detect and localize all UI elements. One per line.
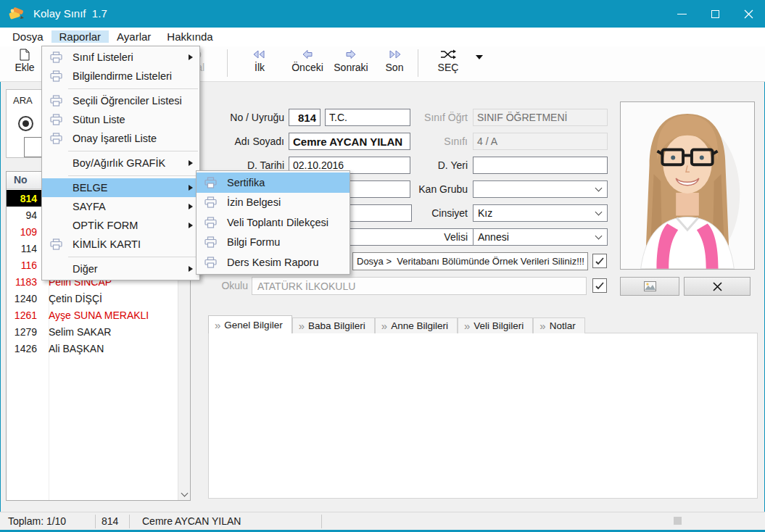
no-uyrugu-label: No / Uyruğu xyxy=(207,112,284,123)
minimize-button[interactable] xyxy=(665,0,698,28)
tab[interactable]: » Baba Bilgileri xyxy=(292,317,375,333)
menu-item[interactable]: Bilgilendirme Listeleri xyxy=(42,67,199,86)
school-label: Okulu xyxy=(190,280,248,291)
add-record-button[interactable]: Ekle xyxy=(6,48,44,80)
gender-combo[interactable]: Kız xyxy=(473,204,608,222)
blood-group-combo[interactable] xyxy=(473,180,608,198)
submenu-item[interactable]: Ders Kesim Raporu xyxy=(197,252,350,273)
tab[interactable]: » Anne Bilgileri xyxy=(375,317,458,333)
remove-photo-button[interactable] xyxy=(684,277,750,296)
tab-label: Anne Bilgileri xyxy=(391,320,448,331)
guardian-combo[interactable]: Annesi xyxy=(473,228,608,246)
birth-place-field[interactable] xyxy=(473,157,608,174)
last-arrow-icon xyxy=(386,48,402,61)
menu-item[interactable] xyxy=(42,173,199,178)
student-no: 1261 xyxy=(7,309,41,321)
tab-chevron-icon: » xyxy=(215,319,219,331)
menu-item-label: Seçili Öğrenciler Listesi xyxy=(73,95,189,107)
belge-submenu: Sertifika İzin Belgesi Veli Toplantı Dil… xyxy=(196,170,350,275)
scroll-down-button[interactable] xyxy=(178,488,191,500)
tab[interactable]: » Veli Bilgileri xyxy=(458,317,533,333)
toolbar-separator xyxy=(227,49,228,77)
menu-item[interactable]: SAYFA xyxy=(42,197,199,216)
warning-checkbox[interactable] xyxy=(592,254,607,268)
menu-item[interactable]: Onay İşaretli Liste xyxy=(42,129,199,148)
tab-label: Notlar xyxy=(550,320,576,331)
dropdown-arrow-icon xyxy=(476,48,483,67)
last-record-button[interactable]: Son xyxy=(374,48,415,80)
menu-item[interactable] xyxy=(42,148,199,154)
birth-place-label: D. Yeri xyxy=(363,159,468,171)
student-row[interactable]: 1279 Selim SAKAR xyxy=(7,323,178,340)
guardian-label: Velisi xyxy=(363,231,468,243)
close-button[interactable] xyxy=(732,0,765,28)
school-field[interactable]: ATATÜRK İLKOKULU xyxy=(252,277,587,295)
shuffle-icon xyxy=(440,48,456,61)
menu-item-label: Sütun Liste xyxy=(73,114,189,125)
gender-label: Cinsiyet xyxy=(363,207,468,219)
menu-item-label: Bilgilendirme Listeleri xyxy=(73,70,189,82)
submenu-item[interactable]: Veli Toplantı Dilekçesi xyxy=(197,212,350,233)
menu-item-label: OPTİK FORM xyxy=(73,220,189,231)
chevron-down-icon xyxy=(595,185,603,192)
status-grip xyxy=(674,517,682,525)
close-icon xyxy=(744,9,753,19)
menubar-item[interactable]: Dosya xyxy=(4,30,51,43)
menu-item[interactable] xyxy=(42,254,199,259)
tab-chevron-icon: » xyxy=(464,320,468,332)
first-record-button[interactable]: İlk xyxy=(239,48,280,80)
search-radio[interactable] xyxy=(18,116,33,131)
menubar-item[interactable]: Ayarlar xyxy=(109,30,159,43)
chevron-down-icon xyxy=(595,209,603,216)
menu-item[interactable]: Sütun Liste xyxy=(42,110,199,129)
check-icon xyxy=(595,257,604,265)
student-no: 1240 xyxy=(7,293,41,304)
next-arrow-icon xyxy=(345,48,357,61)
maximize-button[interactable] xyxy=(698,0,732,28)
status-student-no: 814 xyxy=(102,515,118,527)
student-no: 814 xyxy=(7,193,41,204)
menu-item[interactable]: OPTİK FORM xyxy=(42,216,199,235)
menu-item[interactable]: Sınıf Listeleri xyxy=(42,48,199,67)
menu-item[interactable]: BELGE xyxy=(42,178,199,197)
student-row[interactable]: 1261 Ayşe SUNA MERAKLI xyxy=(7,307,178,323)
menu-item[interactable]: Diğer xyxy=(42,259,199,278)
first-arrow-icon xyxy=(252,48,268,61)
menu-item[interactable]: Seçili Öğrenciler Listesi xyxy=(42,91,199,110)
menubar-item[interactable]: Raporlar xyxy=(51,30,109,43)
tab-chevron-icon: » xyxy=(299,320,303,332)
student-no: 1426 xyxy=(7,343,41,354)
previous-record-button[interactable]: Önceki xyxy=(287,48,328,80)
status-separator xyxy=(129,515,130,528)
menu-item-label: KİMLİK KARTI xyxy=(73,238,189,250)
tab-chevron-icon: » xyxy=(381,320,386,332)
menubar-item[interactable]: Hakkında xyxy=(159,30,220,43)
select-button[interactable]: SEÇ xyxy=(429,48,467,80)
student-row[interactable]: 1426 Ali BAŞKAN xyxy=(7,340,178,357)
student-no: 1183 xyxy=(7,276,41,288)
submenu-item[interactable]: İzin Belgesi xyxy=(197,193,350,213)
menu-item[interactable] xyxy=(42,86,199,91)
printer-icon xyxy=(50,70,62,82)
student-name: Çetin DİŞÇİ xyxy=(41,293,102,304)
previous-arrow-icon xyxy=(302,48,313,61)
student-name: Ali BAŞKAN xyxy=(41,343,104,354)
school-checkbox[interactable] xyxy=(592,278,607,293)
printer-icon xyxy=(204,196,217,208)
menu-item[interactable]: Boy/Ağırlık GRAFİK xyxy=(42,154,199,173)
student-row[interactable]: 1240 Çetin DİŞÇİ xyxy=(7,290,178,307)
submenu-item[interactable]: Bilgi Formu xyxy=(197,233,350,253)
app-window: Kolay Sınıf 1.7 DosyaRaporlarAyarlarHakk… xyxy=(0,0,765,532)
load-photo-button[interactable] xyxy=(620,277,679,296)
select-dropdown-button[interactable] xyxy=(470,48,489,80)
status-separator xyxy=(321,515,322,528)
submenu-item[interactable]: Sertifika xyxy=(197,173,350,193)
menu-item[interactable]: KİMLİK KARTI xyxy=(42,235,199,254)
toolbar-separator xyxy=(418,49,418,77)
tab-label: Genel Bilgiler xyxy=(224,320,282,331)
tab[interactable]: » Notlar xyxy=(533,317,584,333)
next-record-button[interactable]: Sonraki xyxy=(330,48,372,80)
student-no-field[interactable] xyxy=(289,109,321,126)
tab[interactable]: » Genel Bilgiler xyxy=(208,315,292,333)
printer-icon xyxy=(50,238,62,250)
